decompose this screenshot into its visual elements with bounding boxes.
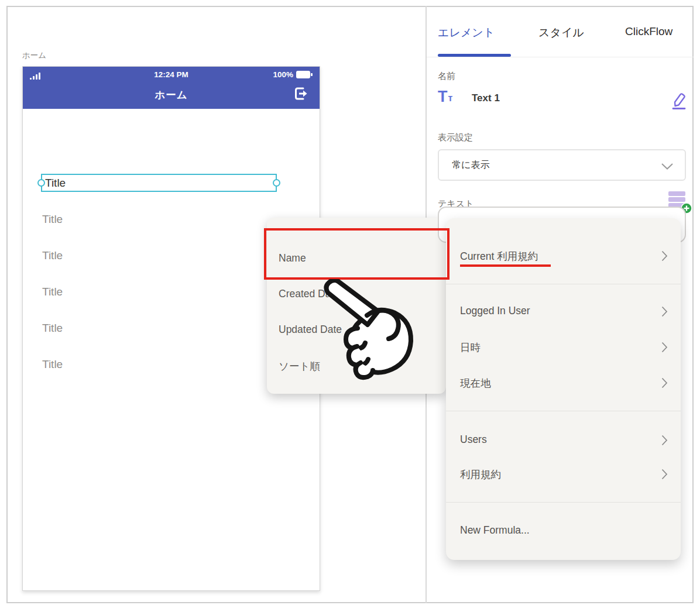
list-item[interactable]: Title [42, 213, 63, 226]
phone-title: ホーム [23, 88, 320, 102]
logout-icon[interactable] [291, 84, 310, 103]
chevron-right-icon [661, 342, 668, 353]
menu-divider [446, 411, 681, 411]
selected-text-label: Title [45, 177, 66, 190]
display-setting-select[interactable]: 常に表示 [438, 149, 686, 181]
tab-style[interactable]: スタイル [538, 25, 584, 40]
magic-text-dropdown: Current 利用規約 Logged In User 日時 現在地 Users… [446, 218, 681, 560]
menu-divider [446, 284, 681, 284]
text-icon-large-t: T [438, 88, 448, 105]
resize-handle-left[interactable] [37, 179, 45, 187]
chevron-right-icon [661, 377, 668, 388]
chevron-right-icon [661, 250, 668, 262]
resize-handle-right[interactable] [273, 179, 280, 187]
chevron-right-icon [661, 435, 668, 446]
list-item[interactable]: Title [42, 286, 63, 298]
edit-pencil-icon[interactable] [671, 91, 687, 111]
phone-header: 12:24 PM 100% ホーム [23, 67, 320, 109]
annotation-highlight-box [264, 228, 449, 280]
selected-text-element[interactable]: Title [41, 174, 277, 192]
text-icon-small-t: т [448, 93, 453, 103]
magic-item-new-formula[interactable]: New Formula... [460, 524, 530, 537]
magic-item-logged-in-user[interactable]: Logged In User [460, 305, 530, 317]
display-setting-label: 表示設定 [438, 132, 473, 143]
tab-elements[interactable]: エレメント [438, 25, 495, 40]
name-field-label: 名前 [438, 71, 455, 82]
annotation-underline [460, 264, 551, 267]
battery-icon [296, 71, 313, 78]
tabs-divider [427, 57, 694, 57]
list-item[interactable]: Title [42, 249, 63, 262]
magic-item-terms[interactable]: 利用規約 [460, 467, 501, 482]
battery-percent: 100% [273, 70, 293, 79]
chevron-down-icon [661, 163, 673, 170]
text-element-icon: Tт [438, 88, 452, 106]
magic-item-datetime[interactable]: 日時 [460, 341, 481, 355]
tab-clickflow[interactable]: ClickFlow [625, 25, 672, 38]
screen-label: ホーム [22, 50, 46, 61]
pointing-hand-illustration [324, 279, 417, 381]
battery-status: 100% [273, 70, 313, 79]
menu-divider [446, 502, 681, 503]
list-item[interactable]: Title [42, 322, 63, 335]
display-setting-value: 常に表示 [452, 159, 489, 171]
menu-item-sort-order[interactable]: ソート順 [279, 359, 320, 373]
magic-item-current-location[interactable]: 現在地 [460, 376, 491, 390]
chevron-right-icon [661, 306, 668, 317]
magic-item-current-terms[interactable]: Current 利用規約 [460, 249, 538, 263]
list-item[interactable]: Title [42, 358, 63, 371]
click-editor: ホーム 12:24 PM 100% ホーム [0, 0, 700, 612]
magic-item-users[interactable]: Users [460, 434, 487, 446]
chevron-right-icon [661, 469, 668, 480]
element-name-value: Text 1 [472, 92, 500, 104]
